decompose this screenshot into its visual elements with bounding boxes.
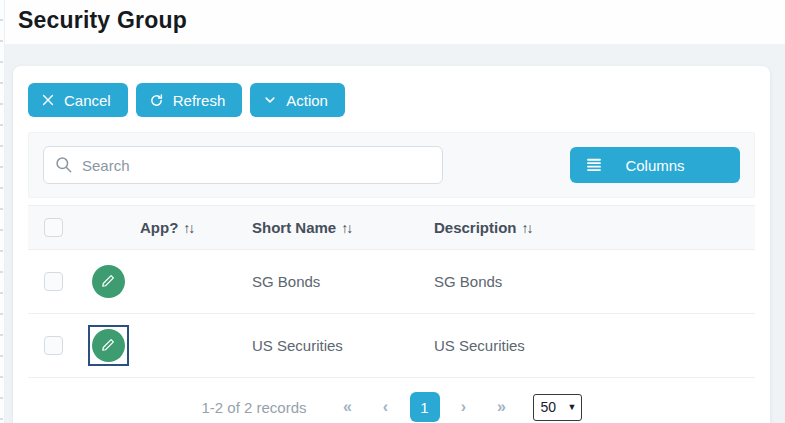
cancel-button[interactable]: Cancel [28, 83, 128, 117]
row-checkbox[interactable] [44, 272, 63, 291]
records-summary: 1-2 of 2 records [201, 399, 306, 416]
sort-icon[interactable]: ↑↓ [183, 220, 193, 236]
row-checkbox[interactable] [44, 336, 63, 355]
edit-row-button[interactable] [92, 329, 125, 362]
refresh-icon [149, 93, 164, 108]
header-edit-cell [76, 206, 140, 250]
security-group-table: App?↑↓ Short Name↑↓ Description↑↓ [28, 205, 755, 378]
x-icon [41, 93, 55, 107]
action-button-label: Action [286, 92, 328, 109]
pencil-icon [101, 337, 116, 355]
next-page-button[interactable]: › [450, 393, 478, 421]
edit-button-wrap [92, 265, 125, 298]
columns-icon [585, 156, 603, 177]
first-page-button[interactable]: « [334, 393, 362, 421]
refresh-button[interactable]: Refresh [136, 83, 243, 117]
column-header-description[interactable]: Description↑↓ [434, 206, 755, 250]
table-row: SG Bonds SG Bonds [28, 250, 755, 314]
pencil-icon [101, 273, 116, 291]
table-header-row: App?↑↓ Short Name↑↓ Description↑↓ [28, 206, 755, 250]
search-input[interactable] [43, 146, 443, 184]
cell-short-name: US Securities [252, 314, 434, 378]
table-toolbar: Columns [28, 132, 755, 198]
edit-row-button[interactable] [92, 265, 125, 298]
window-edge-ruler [0, 0, 5, 423]
cell-app [140, 250, 252, 314]
cancel-button-label: Cancel [64, 92, 111, 109]
last-page-button[interactable]: » [488, 393, 516, 421]
previous-page-button[interactable]: ‹ [372, 393, 400, 421]
cell-short-name: SG Bonds [252, 250, 434, 314]
search-box [43, 146, 443, 184]
pagination: 1-2 of 2 records « ‹ 1 › » 50 ▼ [28, 378, 755, 422]
search-icon [54, 155, 74, 179]
title-band: Security Group [0, 0, 785, 44]
sort-icon[interactable]: ↑↓ [522, 220, 532, 236]
table-row: US Securities US Securities [28, 314, 755, 378]
column-header-short-name[interactable]: Short Name↑↓ [252, 206, 434, 250]
sort-icon[interactable]: ↑↓ [341, 220, 351, 236]
chevron-down-icon [263, 93, 277, 107]
page-size-select-wrap: 50 ▼ [533, 394, 582, 421]
header-checkbox-cell [28, 206, 76, 250]
columns-button[interactable]: Columns [570, 147, 740, 183]
content-card: Cancel Refresh Action Columns [13, 66, 770, 423]
column-header-description-label: Description [434, 219, 517, 236]
columns-button-label: Columns [625, 157, 684, 174]
button-row: Cancel Refresh Action [28, 83, 755, 117]
page-title: Security Group [18, 7, 187, 33]
cell-description: SG Bonds [434, 250, 755, 314]
column-header-app[interactable]: App?↑↓ [140, 206, 252, 250]
cell-app [140, 314, 252, 378]
page-size-select[interactable]: 50 [533, 394, 582, 421]
action-button[interactable]: Action [250, 83, 345, 117]
column-header-short-name-label: Short Name [252, 219, 336, 236]
refresh-button-label: Refresh [173, 92, 226, 109]
cell-description: US Securities [434, 314, 755, 378]
select-all-checkbox[interactable] [44, 218, 63, 237]
edit-button-wrap [92, 329, 125, 362]
column-header-app-label: App? [140, 219, 178, 236]
page-1-button[interactable]: 1 [410, 392, 440, 422]
